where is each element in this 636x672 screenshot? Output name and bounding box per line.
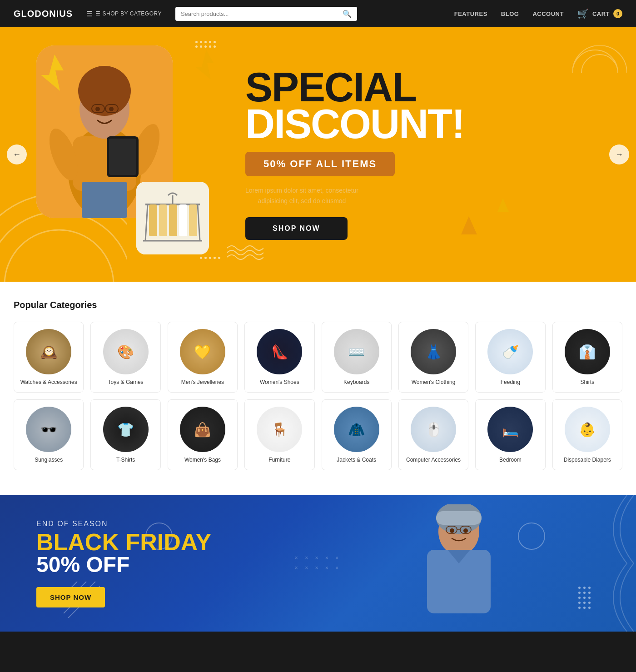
category-item-sunglasses[interactable]: 🕶️ Sunglasses [14,399,84,470]
svg-rect-27 [159,204,167,236]
category-icon: 🕰️ [26,329,71,374]
category-label: T-Shirts [116,457,135,463]
category-label: Computer Accessories [406,457,461,463]
banner-curve-decoration [591,495,636,632]
category-icon: 🍼 [487,329,533,374]
category-circle: 💛 [180,329,225,374]
category-icon: 👠 [257,329,302,374]
lightning-bolt-1 [41,55,64,93]
category-icon: 🧥 [334,407,379,452]
hero-next-button[interactable]: → [609,144,629,164]
category-circle: 🕰️ [26,329,71,374]
category-icon: 👶 [565,407,610,452]
banner-discount: 50% OFF [36,554,211,576]
menu-icon: ☰ [86,10,93,18]
category-item-jacketscoats[interactable]: 🧥 Jackets & Coats [322,399,392,470]
lightning-bolt-2 [195,50,214,81]
svg-marker-4 [195,50,214,80]
blue-banner: × × × × ×× × × × × END OF SEASON BLACK F… [0,495,636,632]
category-label: Toys & Games [108,379,144,385]
category-icon: 🖱️ [411,407,456,452]
category-label: Watches & Accessories [20,379,77,385]
hero-section: ← SPECIAL DISCOUNT! 50% OFF ALL ITEMS Lo… [0,27,636,282]
category-item-mensjewelleries[interactable]: 💛 Men's Jewelleries [168,322,238,393]
search-bar[interactable]: 🔍 [175,7,357,21]
banner-dots-grid [578,587,591,609]
category-circle: 🖱️ [411,407,456,452]
svg-rect-12 [82,182,127,218]
category-icon: 👗 [411,329,456,374]
category-circle: 🪑 [257,407,302,452]
category-item-womensshoes[interactable]: 👠 Women's Shoes [244,322,314,393]
svg-rect-26 [149,204,157,236]
categories-row-2: 🕶️ Sunglasses 👕 T-Shirts 👜 Women's Bags … [14,399,622,470]
hero-title-line2: DISCOUNT! [245,106,464,143]
category-item-shirts[interactable]: 👔 Shirts [552,322,622,393]
category-item-keyboards[interactable]: ⌨️ Keyboards [322,322,392,393]
svg-point-16 [95,107,100,111]
category-label: Sunglasses [35,457,63,463]
category-icon: 🎨 [103,329,149,374]
account-link[interactable]: ACCOUNT [532,10,564,17]
category-label: Women's Bags [184,457,221,463]
category-item-womensbags[interactable]: 👜 Women's Bags [168,399,238,470]
cart-area[interactable]: 🛒 CART 0 [577,8,622,19]
search-button[interactable]: 🔍 [343,10,352,18]
hero-content: SPECIAL DISCOUNT! 50% OFF ALL ITEMS Lore… [236,51,636,258]
category-circle: 🍼 [487,329,533,374]
category-circle: 👠 [257,329,302,374]
category-circle: 🧥 [334,407,379,452]
cart-icon: 🛒 [577,8,589,19]
category-icon: 👕 [103,407,149,452]
svg-point-44 [463,528,468,533]
category-label: Disposable Diapers [564,457,611,463]
banner-content: END OF SEASON BLACK FRIDAY 50% OFF SHOP … [0,502,248,626]
category-circle: 👔 [565,329,610,374]
category-item-disposablediapers[interactable]: 👶 Disposable Diapers [552,399,622,470]
categories-section: Popular Categories 🕰️ Watches & Accessor… [0,282,636,495]
category-icon: 👔 [565,329,610,374]
navbar: GLODONIUS ☰ ☰ SHOP BY CATEGORY 🔍 FEATURE… [0,0,636,27]
svg-rect-30 [189,204,197,236]
category-icon: 🕶️ [26,407,71,452]
cart-label: CART [592,10,610,17]
banner-person [395,504,522,632]
category-item-feeding[interactable]: 🍼 Feeding [475,322,545,393]
banner-shop-now-button[interactable]: SHOP NOW [36,587,105,607]
category-label: Women's Shoes [260,379,299,385]
svg-point-43 [450,528,454,533]
hero-subtitle: Lorem ipsum dolor sit amet, consectetura… [245,185,358,206]
category-circle: 👗 [411,329,456,374]
search-input[interactable] [181,10,339,17]
category-circle: 🎨 [103,329,149,374]
category-item-tshirts[interactable]: 👕 T-Shirts [90,399,160,470]
category-item-furniture[interactable]: 🪑 Furniture [244,399,314,470]
category-item-womensclothing[interactable]: 👗 Women's Clothing [398,322,468,393]
category-icon: 🪑 [257,407,302,452]
category-item-watchesaccessories[interactable]: 🕰️ Watches & Accessories [14,322,84,393]
category-icon: 👜 [180,407,225,452]
blog-link[interactable]: BLOG [501,10,519,17]
category-item-computeraccessories[interactable]: 🖱️ Computer Accessories [398,399,468,470]
hero-rack-image [136,182,209,254]
shop-by-category-btn[interactable]: ☰ ☰ SHOP BY CATEGORY [86,10,162,18]
features-link[interactable]: FEATURES [454,10,487,17]
category-label: Women's Clothing [412,379,456,385]
category-label: Jackets & Coats [337,457,376,463]
categories-row-1: 🕰️ Watches & Accessories 🎨 Toys & Games … [14,322,622,393]
hero-prev-button[interactable]: ← [7,144,27,164]
svg-rect-29 [179,204,187,236]
cart-count: 0 [613,9,622,18]
category-circle: 👶 [565,407,610,452]
hero-title: SPECIAL DISCOUNT! [245,69,464,143]
category-item-toysgames[interactable]: 🎨 Toys & Games [90,322,160,393]
logo: GLODONIUS [14,9,73,19]
categories-title: Popular Categories [14,300,622,310]
banner-pretext: END OF SEASON [36,520,211,528]
hero-title-line1: SPECIAL [245,69,464,106]
svg-point-17 [109,107,114,111]
svg-marker-3 [41,55,64,91]
category-label: Men's Jewelleries [181,379,224,385]
category-item-bedroom[interactable]: 🛏️ Bedroom [475,399,545,470]
hero-shop-now-button[interactable]: SHOP NOW [245,217,348,240]
